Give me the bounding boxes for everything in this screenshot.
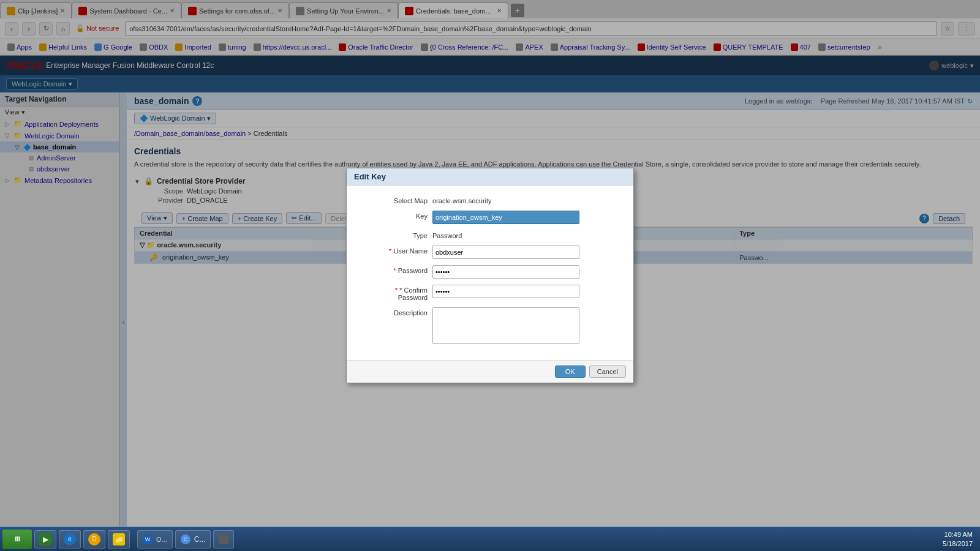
clock-time: 10:49 AM: [943, 530, 973, 539]
taskbar-running-apps: W O... C C...: [137, 530, 234, 549]
taskbar-app-chrome[interactable]: C C...: [175, 530, 211, 549]
dialog-value-type: Password: [432, 230, 462, 239]
dialog-label-select-map: Select Map: [359, 195, 432, 204]
dialog-cancel-button[interactable]: Cancel: [589, 365, 626, 378]
taskbar-app-word[interactable]: W O...: [137, 530, 173, 549]
edit-key-dialog: Edit Key Select Map oracle.wsm.security …: [346, 168, 634, 383]
taskbar-btn-1[interactable]: ▶: [34, 530, 56, 549]
dialog-row-username: User Name: [359, 246, 621, 259]
taskbar: ⊞ ▶ e D 📁 W O... C C... 10:49 AM 5/18/20…: [0, 527, 980, 551]
dialog-input-confirm-password[interactable]: [432, 285, 579, 298]
dialog-row-type: Type Password: [359, 230, 621, 239]
dialog-row-key: Key: [359, 211, 621, 224]
dialog-label-type: Type: [359, 230, 432, 239]
dialog-footer: OK Cancel: [347, 360, 633, 383]
taskbar-btn-folder[interactable]: 📁: [108, 530, 130, 549]
dialog-overlay: Edit Key Select Map oracle.wsm.security …: [0, 0, 980, 551]
dialog-row-confirm-password: * ConfirmPassword: [359, 285, 621, 301]
dialog-input-password[interactable]: [432, 265, 579, 279]
dialog-label-password: Password: [359, 265, 432, 274]
dialog-value-select-map: oracle.wsm.security: [432, 195, 492, 204]
taskbar-icon-ff: D: [88, 533, 100, 545]
dialog-row-password: Password: [359, 265, 621, 279]
dialog-label-key: Key: [359, 211, 432, 220]
start-label: ⊞: [15, 535, 20, 543]
taskbar-clock: 10:49 AM 5/18/2017: [943, 530, 978, 548]
dialog-title: Edit Key: [354, 172, 386, 181]
dialog-input-username[interactable]: [432, 246, 579, 259]
taskbar-icon-folder: 📁: [113, 533, 125, 545]
dialog-body: Select Map oracle.wsm.security Key Type …: [347, 186, 633, 360]
chrome-label: C...: [194, 535, 206, 544]
dialog-ok-button[interactable]: OK: [555, 365, 586, 378]
chrome-icon: C: [181, 534, 190, 544]
extra-icon: [219, 534, 228, 544]
dialog-label-username: User Name: [359, 246, 432, 255]
taskbar-icon-1: ▶: [39, 533, 51, 545]
taskbar-icon-ie: e: [64, 533, 76, 545]
taskbar-app-extra[interactable]: [213, 530, 234, 549]
word-label: O...: [156, 536, 167, 543]
dialog-label-description: Description: [359, 307, 432, 317]
dialog-row-description: Description: [359, 307, 621, 344]
dialog-label-confirm-password: * ConfirmPassword: [359, 285, 432, 301]
taskbar-btn-ff[interactable]: D: [83, 530, 105, 549]
start-button[interactable]: ⊞: [2, 530, 32, 549]
word-icon: W: [143, 534, 153, 544]
clock-date: 5/18/2017: [943, 539, 973, 548]
dialog-textarea-description[interactable]: [432, 307, 579, 344]
dialog-input-key[interactable]: [432, 211, 579, 224]
taskbar-btn-ie[interactable]: e: [59, 530, 81, 549]
dialog-header: Edit Key: [347, 168, 633, 186]
dialog-row-select-map: Select Map oracle.wsm.security: [359, 195, 621, 204]
